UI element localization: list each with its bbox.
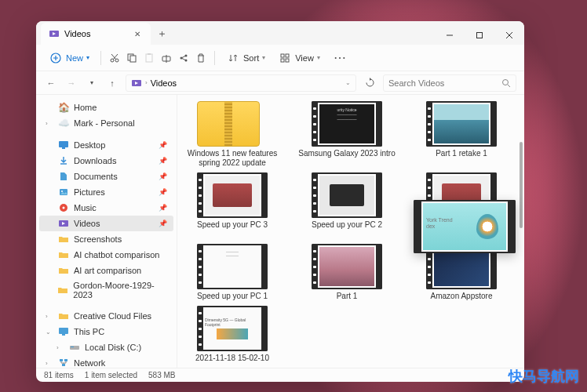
svg-rect-43 bbox=[71, 347, 74, 347]
scroll-thumb[interactable] bbox=[520, 142, 523, 228]
pc-icon bbox=[58, 326, 69, 337]
file-name: 2021-11-18 15-02-10 bbox=[195, 354, 269, 363]
folder-icon bbox=[58, 265, 69, 276]
delete-icon[interactable] bbox=[194, 51, 208, 65]
folder-icon bbox=[58, 310, 69, 321]
chevron-down-icon[interactable]: ⌄ bbox=[46, 328, 53, 336]
video-icon bbox=[58, 218, 69, 229]
paste-icon[interactable] bbox=[142, 51, 156, 65]
sidebar-item-music[interactable]: Music📌 bbox=[39, 200, 173, 216]
sidebar-item-gordon[interactable]: Gordon-Moore-1929-2023 bbox=[39, 278, 173, 302]
sort-icon bbox=[226, 51, 240, 65]
sidebar-item-home[interactable]: 🏠Home bbox=[39, 100, 173, 115]
music-icon bbox=[58, 202, 69, 213]
sidebar-item-desktop[interactable]: Desktop📌 bbox=[39, 137, 173, 153]
file-item[interactable]: Windows 11 new features spring 2022 upda… bbox=[180, 101, 284, 168]
refresh-button[interactable] bbox=[363, 76, 377, 90]
chevron-right-icon[interactable]: › bbox=[46, 313, 53, 320]
minimize-button[interactable] bbox=[435, 26, 465, 45]
video-thumb: ———————— bbox=[197, 244, 268, 289]
forward-button[interactable]: → bbox=[64, 76, 78, 90]
video-thumb bbox=[426, 101, 497, 147]
more-icon[interactable]: ⋯ bbox=[333, 51, 347, 65]
rename-icon[interactable] bbox=[159, 51, 173, 65]
svg-rect-32 bbox=[62, 147, 65, 149]
chevron-down-icon[interactable]: ⌄ bbox=[345, 79, 351, 86]
pin-icon: 📌 bbox=[159, 172, 167, 180]
video-icon bbox=[49, 28, 60, 39]
file-item[interactable]: Part 1 retake 1 bbox=[410, 101, 513, 168]
sidebar-item-network[interactable]: ›Network bbox=[39, 355, 173, 368]
new-button[interactable]: New ▾ bbox=[44, 48, 94, 68]
breadcrumb-item[interactable]: Videos bbox=[151, 78, 177, 88]
search-box[interactable] bbox=[383, 74, 516, 92]
sidebar-item-screenshots[interactable]: Screenshots bbox=[39, 231, 173, 247]
file-item[interactable]: Speed up your PC 2 bbox=[295, 172, 399, 239]
chevron-right-icon[interactable]: › bbox=[46, 360, 53, 367]
copy-icon[interactable] bbox=[125, 51, 139, 65]
close-button[interactable] bbox=[494, 26, 524, 45]
svg-line-30 bbox=[508, 85, 510, 87]
scrollbar[interactable] bbox=[520, 95, 523, 368]
file-item[interactable]: Speed up your PC 3 bbox=[180, 172, 284, 239]
watermark: 快马导航网 bbox=[509, 367, 579, 386]
video-thumb bbox=[197, 172, 268, 218]
svg-point-29 bbox=[503, 79, 509, 85]
sidebar-item-thispc[interactable]: ⌄This PC bbox=[39, 324, 173, 339]
maximize-button[interactable] bbox=[465, 26, 494, 45]
sidebar-item-pictures[interactable]: Pictures📌 bbox=[39, 184, 173, 200]
sidebar-item-localdisk[interactable]: ›Local Disk (C:) bbox=[39, 339, 173, 355]
sidebar-item-downloads[interactable]: Downloads📌 bbox=[39, 153, 173, 169]
back-button[interactable]: ← bbox=[44, 76, 58, 90]
sort-button[interactable]: Sort ▾ bbox=[221, 48, 270, 68]
tab-label: Videos bbox=[64, 29, 90, 38]
file-name: Speed up your PC 3 bbox=[197, 220, 268, 230]
video-thumb: urity Notice—————————— bbox=[312, 101, 382, 147]
folder-icon bbox=[57, 285, 68, 296]
file-item[interactable]: ———————— Speed up your PC 1 bbox=[180, 244, 284, 301]
pin-icon: 📌 bbox=[159, 204, 167, 212]
sidebar-item-documents[interactable]: Documents📌 bbox=[39, 169, 173, 184]
file-name: Samsung Galaxy 2023 intro bbox=[298, 149, 395, 158]
folder-icon bbox=[58, 234, 69, 245]
pin-icon: 📌 bbox=[159, 157, 167, 165]
chevron-right-icon[interactable]: › bbox=[57, 344, 64, 351]
svg-point-20 bbox=[185, 54, 188, 56]
file-item[interactable]: Dimensity 5G — Global Footprint 2021-11-… bbox=[180, 306, 284, 363]
status-bar: 81 items 1 item selected 583 MB bbox=[36, 368, 524, 382]
up-button[interactable]: ↑ bbox=[105, 76, 119, 90]
view-button[interactable]: View ▾ bbox=[273, 48, 325, 68]
cut-icon[interactable] bbox=[108, 51, 122, 65]
downloads-icon bbox=[58, 155, 69, 166]
svg-rect-23 bbox=[286, 54, 289, 57]
file-name: Windows 11 new features spring 2022 upda… bbox=[183, 149, 282, 168]
sidebar-item-onedrive[interactable]: ›☁️Mark - Personal bbox=[39, 115, 173, 131]
file-name: Part 1 retake 1 bbox=[436, 149, 487, 158]
svg-rect-16 bbox=[148, 53, 151, 55]
breadcrumb[interactable]: › Videos ⌄ bbox=[126, 74, 356, 92]
sidebar-item-ai-chatbot[interactable]: AI chatbot comparison bbox=[39, 247, 173, 263]
new-tab-button[interactable]: ＋ bbox=[151, 23, 173, 45]
svg-rect-24 bbox=[281, 59, 284, 62]
sidebar-item-ccf[interactable]: ›Creative Cloud Files bbox=[39, 308, 173, 324]
recent-button[interactable]: ▾ bbox=[85, 76, 99, 90]
file-name: Speed up your PC 2 bbox=[312, 220, 382, 230]
search-input[interactable] bbox=[388, 78, 501, 88]
share-icon[interactable] bbox=[177, 51, 191, 65]
file-item[interactable]: Part 1 bbox=[295, 244, 399, 301]
svg-rect-40 bbox=[59, 328, 68, 334]
file-item[interactable]: urity Notice—————————— Samsung Galaxy 20… bbox=[295, 101, 399, 168]
sidebar-item-videos[interactable]: Videos📌 bbox=[39, 216, 173, 231]
chevron-right-icon[interactable]: › bbox=[46, 120, 53, 127]
new-label: New bbox=[66, 53, 83, 63]
pin-icon: 📌 bbox=[159, 141, 167, 149]
cloud-icon: ☁️ bbox=[58, 118, 69, 129]
sort-label: Sort bbox=[243, 53, 259, 63]
sidebar-item-ai-art[interactable]: AI art comparison bbox=[39, 263, 173, 278]
svg-rect-15 bbox=[146, 54, 152, 62]
tab-videos[interactable]: Videos ✕ bbox=[41, 23, 151, 45]
preview-tooltip: York Trenddex bbox=[414, 200, 516, 253]
video-thumb bbox=[312, 172, 382, 218]
close-tab-icon[interactable]: ✕ bbox=[132, 28, 143, 39]
svg-point-19 bbox=[180, 56, 183, 59]
